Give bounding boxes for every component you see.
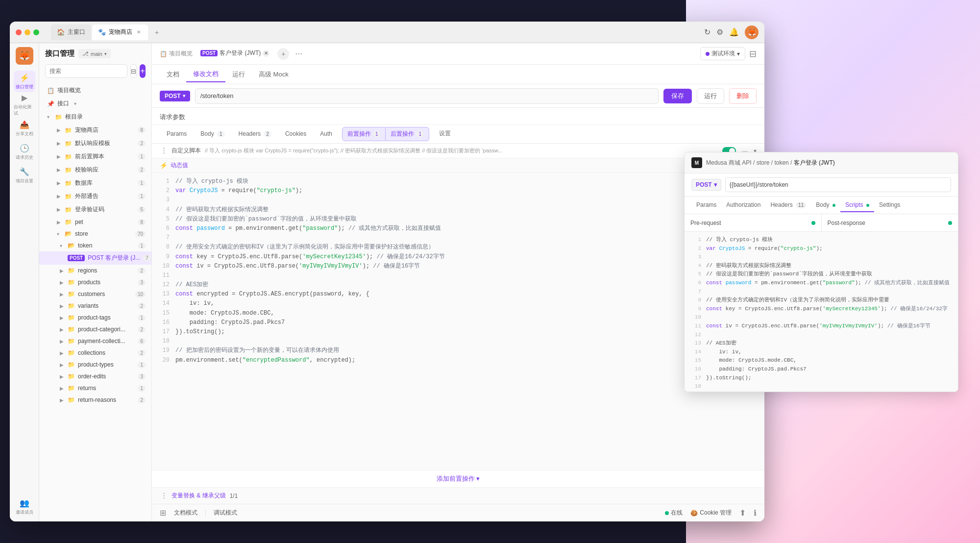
footer-upload-icon[interactable]: ⬆ — [739, 508, 746, 518]
overview-breadcrumb[interactable]: 📋 项目概览 — [160, 49, 193, 58]
layout-toggle-icon[interactable]: ⊟ — [749, 49, 757, 59]
tree-returns[interactable]: ▶ 📁 returns 1 — [39, 382, 151, 394]
sidebar-item-autotest[interactable]: ▶ 自动化测试 — [14, 94, 35, 116]
add-operation-button[interactable]: 添加前置操作 ▾ — [437, 474, 480, 483]
db-badge: 1 — [138, 180, 146, 186]
add-button[interactable]: + — [140, 64, 146, 78]
cookie-management-btn[interactable]: 🍪 Cookie 管理 — [690, 509, 732, 517]
tree-variants[interactable]: ▶ 📁 variants 2 — [39, 300, 151, 312]
rp-url-input[interactable] — [725, 177, 951, 192]
tree-return-reasons[interactable]: ▶ 📁 return-reasons 2 — [39, 394, 151, 406]
params-tab-settings[interactable]: 设置 — [432, 125, 458, 143]
params-tab-headers[interactable]: Headers 2 — [232, 126, 278, 142]
logo-avatar[interactable]: 🦊 — [16, 47, 33, 65]
tree-collections[interactable]: ▶ 📁 collections 2 — [39, 347, 151, 359]
tree-db[interactable]: ▶ 📁 数据库 1 — [39, 176, 151, 190]
rp-method-selector[interactable]: POST ▾ — [691, 179, 721, 191]
tree-product-tags[interactable]: ▶ 📁 product-tags 1 — [39, 312, 151, 323]
env-selector[interactable]: 测试环境 ▾ — [700, 47, 745, 60]
search-input[interactable] — [45, 64, 127, 78]
tree-overview[interactable]: 📋 项目概览 — [39, 84, 151, 97]
code-line-6: 6const password = pm.environment.get("pa… — [160, 224, 757, 233]
rp-code-editor[interactable]: 1// 导入 crypto-js 模块 2var CryptoJS = requ… — [685, 232, 958, 392]
tab-main-window[interactable]: 🏠 主窗口 — [51, 25, 91, 40]
run-button[interactable]: 运行 — [697, 88, 724, 104]
tree-customers[interactable]: ▶ 📁 customers 10 — [39, 288, 151, 300]
more-tabs-icon[interactable]: ··· — [293, 49, 304, 59]
rp-post-response[interactable]: Post-response — [822, 214, 958, 231]
sidebar-item-invite[interactable]: 👥 邀请成员 — [14, 496, 35, 518]
footer-info-icon[interactable]: ℹ — [754, 508, 757, 518]
tab-doc[interactable]: 文档 — [160, 67, 186, 82]
sidebar-item-api[interactable]: ⚡ 接口管理 — [14, 71, 35, 92]
tree-product-cat[interactable]: ▶ 📁 product-categori... 2 — [39, 323, 151, 335]
params-tab-params[interactable]: Params — [160, 126, 194, 142]
notification-icon[interactable]: 🔔 — [729, 27, 739, 37]
params-tab-auth[interactable]: Auth — [313, 126, 339, 142]
url-input[interactable] — [195, 88, 659, 104]
sidebar-item-share[interactable]: 📤 分享文档 — [14, 118, 35, 139]
pre-operation-tab[interactable]: 前置操作 1 — [342, 127, 386, 141]
login-badge: 5 — [138, 206, 146, 213]
vars-section: 变量替换 & 继承父级 1/1 — [152, 487, 764, 504]
rp-tab-headers[interactable]: Headers 11 — [765, 198, 811, 212]
tree-login[interactable]: ▶ 📁 登录验证码 5 — [39, 203, 151, 216]
tab-api-editor-tab[interactable]: POST 客户登录 (JWT) ✕ — [196, 43, 273, 64]
tree-payment[interactable]: ▶ 📁 payment-collecti... 6 — [39, 335, 151, 347]
branch-selector[interactable]: ⎇ main ▾ — [78, 49, 111, 58]
tree-validate[interactable]: ▶ 📁 校验响应 2 — [39, 163, 151, 176]
online-status[interactable]: 在线 — [665, 509, 683, 517]
new-tab-button[interactable]: + — [151, 26, 163, 38]
debug-mode-btn[interactable]: 调试模式 — [214, 509, 237, 517]
delete-button[interactable]: 删除 — [729, 88, 757, 104]
tree-default-response[interactable]: ▶ 📁 默认响应模板 2 — [39, 137, 151, 150]
tab-pet-shop[interactable]: 🐾 宠物商店 ✕ — [92, 25, 148, 40]
rp-pre-request[interactable]: Pre-request — [685, 214, 822, 231]
doc-mode-btn[interactable]: 文档模式 — [174, 509, 197, 517]
maximize-button[interactable] — [33, 29, 39, 35]
rp-tab-settings[interactable]: Settings — [874, 198, 905, 212]
tree-scripts[interactable]: ▶ 📁 前后置脚本 1 — [39, 150, 151, 163]
vars-drag-handle[interactable] — [160, 492, 168, 500]
tab-close-icon[interactable]: ✕ — [135, 29, 142, 36]
rp-tab-body[interactable]: Body — [811, 198, 840, 212]
tab-edit-doc[interactable]: 修改文档 — [186, 67, 225, 82]
post-operation-tab[interactable]: 后置操作 1 — [386, 127, 429, 141]
refresh-icon[interactable]: ↻ — [704, 27, 710, 37]
drag-handle[interactable] — [160, 147, 168, 155]
tree-petshop[interactable]: ▶ 📁 宠物商店 8 — [39, 123, 151, 137]
params-tab-body[interactable]: Body 1 — [194, 126, 231, 142]
tree-interface[interactable]: 📌 接口 ▾ — [39, 97, 151, 110]
tree-order-edits[interactable]: ▶ 📁 order-edits 3 — [39, 370, 151, 382]
params-tab-cookies[interactable]: Cookies — [278, 126, 313, 142]
footer-expand-icon[interactable]: ⊞ — [160, 508, 166, 518]
tab-mock[interactable]: 高级 Mock — [252, 67, 295, 82]
user-avatar[interactable]: 🦊 — [745, 25, 759, 39]
tree-token[interactable]: ▾ 📂 token 1 — [39, 240, 151, 251]
rp-tab-scripts[interactable]: Scripts — [840, 198, 874, 212]
code-editor[interactable]: 1// 导入 crypto-js 模块 2var CryptoJS = requ… — [152, 173, 764, 470]
tree-token-label: token — [78, 242, 92, 249]
tree-external[interactable]: ▶ 📁 外部通告 1 — [39, 190, 151, 203]
tree-product-types[interactable]: ▶ 📁 product-types 1 — [39, 359, 151, 370]
tree-post-login[interactable]: POST POST 客户登录 (J... 7 — [39, 251, 151, 265]
tree-root[interactable]: ▾ 📁 根目录 — [39, 110, 151, 123]
tree-regions[interactable]: ▶ 📁 regions 2 — [39, 265, 151, 276]
tree-pet[interactable]: ▶ 📁 pet 8 — [39, 216, 151, 228]
tab-run[interactable]: 运行 — [225, 67, 252, 82]
method-selector[interactable]: POST ▾ — [160, 91, 190, 101]
rp-tab-params[interactable]: Params — [691, 198, 721, 212]
rp-tab-auth[interactable]: Authorization — [721, 198, 765, 212]
minimize-button[interactable] — [24, 29, 30, 35]
filter-button[interactable]: ⊟ — [130, 64, 137, 78]
sidebar-item-project[interactable]: 🔧 项目设置 — [14, 165, 35, 186]
close-button[interactable] — [16, 29, 22, 35]
settings-icon[interactable]: ⚙ — [716, 27, 723, 37]
tree-products[interactable]: ▶ 📁 products 3 — [39, 276, 151, 288]
post-count: 1 — [416, 131, 424, 137]
sidebar-item-history[interactable]: 🕒 请求历史 — [14, 141, 35, 163]
tree-store[interactable]: ▾ 📂 store 70 — [39, 228, 151, 240]
api-tab-close-icon[interactable]: ✕ — [263, 50, 270, 57]
add-tab-button[interactable]: + — [277, 48, 289, 60]
save-button[interactable]: 保存 — [663, 89, 692, 103]
